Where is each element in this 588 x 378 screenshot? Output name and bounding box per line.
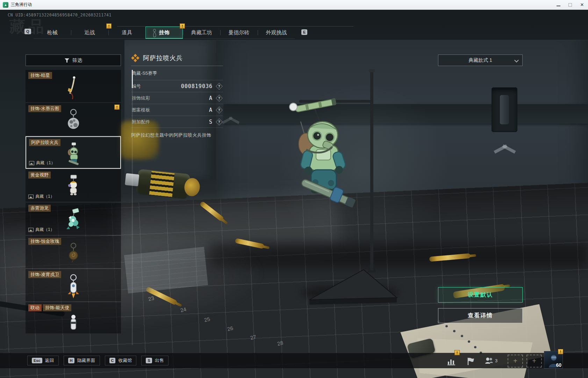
charm-description: 阿萨拉幻想主题中的阿萨拉喷火兵挂饰 (131, 128, 223, 138)
tab-collection-workshop[interactable]: 典藏工坊 (183, 27, 220, 39)
collection-badge: 典藏（1） (28, 227, 55, 233)
crate-right-graphic (216, 40, 588, 266)
crate-chevron-mark (494, 143, 516, 154)
charm-detail-panel: 阿萨拉喷火兵 典藏-S5赛季 编号 000819036 ? 挂饰炫彩 A ? 图… (131, 52, 223, 138)
alert-badge: ! (106, 23, 112, 29)
list-item-crimson-dragon[interactable]: 赤霄游龙 典藏（1） (26, 203, 121, 235)
chevron-down-icon (514, 58, 519, 63)
charm-title: 阿萨拉喷火兵 (143, 54, 183, 62)
flag-icon[interactable] (466, 357, 475, 366)
bottom-bar: Esc 返回 H 隐藏界面 C 收藏馆 S 出售 ! (0, 353, 588, 368)
collection-badge: 典藏（1） (29, 160, 55, 166)
game-window: ▲ 三角洲行动 ✕ 23 24 25 26 27 28 (0, 0, 588, 378)
list-item-asala-flametrooper-selected[interactable]: 阿萨拉喷火兵 典藏（1） (26, 136, 121, 169)
help-icon[interactable]: ? (216, 95, 223, 102)
list-item-exusiai[interactable]: 联动 挂饰-能天使 (26, 302, 121, 334)
collection-grade-icon (131, 54, 139, 62)
window-title: 三角洲行动 (11, 2, 32, 8)
detail-row-accessory: 附加配件 S ? (131, 116, 223, 128)
social-button[interactable]: 3 (485, 356, 497, 365)
charm-thumbnail (64, 174, 83, 199)
detail-row-pattern: 图案模板 A ? (131, 104, 223, 116)
tab-weapons[interactable]: 枪械 (34, 27, 71, 39)
alert-badge: ! (558, 349, 563, 354)
game-viewport: 23 24 25 26 27 28 (0, 10, 588, 378)
collection-badge: 典藏（1） (28, 194, 55, 199)
app-logo-icon: ▲ (3, 2, 8, 8)
charm-thumbnail (64, 274, 83, 299)
mat-number: 28 (277, 340, 284, 347)
list-item-golden-vision[interactable]: 黄金视野 典藏（1） (26, 169, 121, 202)
back-hint[interactable]: Esc 返回 (27, 356, 59, 365)
list-item-lingxiao-guard[interactable]: 挂饰-凌霄戍卫 (26, 269, 121, 301)
tab-prev-key-hint: Q (24, 29, 31, 34)
mat-number: 24 (180, 306, 187, 313)
season-label: 典藏-S5赛季 (131, 66, 223, 80)
title-bar: ▲ 三角洲行动 ✕ (0, 0, 588, 10)
bottle-graphic (122, 164, 199, 204)
detail-row-serial: 编号 000819036 ? (131, 80, 223, 92)
tab-mandel-bricks[interactable]: 曼德尔砖 (220, 27, 258, 39)
view-details-button[interactable]: 查看详情 (438, 308, 523, 323)
filter-button[interactable]: 筛选 (26, 54, 121, 66)
charm-display-stand (280, 66, 413, 311)
minimize-icon (557, 6, 560, 6)
charm-thumbnail (64, 241, 83, 266)
empty-slot[interactable]: + (508, 355, 523, 368)
hide-ui-hint[interactable]: H 隐藏界面 (64, 356, 100, 365)
tab-charms[interactable]: 挂饰 (145, 27, 183, 39)
mat-number: 23 (148, 295, 155, 302)
tab-melee[interactable]: 近战 (71, 27, 108, 39)
uid-text: CN UID:45897132204856958470_202603211741 (8, 13, 112, 17)
filter-icon (64, 58, 70, 63)
crate-latch-graphic (492, 87, 517, 132)
detail-row-colorway: 挂饰炫彩 A ? (131, 92, 223, 104)
charm-thumbnail (64, 208, 83, 233)
mat-number: 25 (203, 316, 210, 323)
help-icon[interactable]: ? (216, 107, 223, 114)
blueprint-paper-graphic (124, 247, 208, 293)
player-level: 60 (556, 362, 561, 368)
key-hints: Esc 返回 H 隐藏界面 C 收藏馆 S 出售 (27, 356, 168, 365)
charm-list: 挂饰-暗星 挂饰-水墨云图 (26, 70, 121, 345)
set-default-button[interactable]: 设置默认 (438, 287, 523, 303)
minimize-button[interactable] (552, 0, 564, 9)
alert-badge: ! (114, 104, 120, 110)
charm-thumbnail (64, 75, 83, 100)
list-item-ink-cloud[interactable]: 挂饰-水墨云图 ! (26, 103, 121, 136)
picture-icon (29, 161, 34, 165)
charm-icon (151, 29, 158, 38)
people-icon (485, 356, 494, 365)
picture-icon (28, 195, 34, 199)
charm-thumbnail (64, 314, 83, 334)
sell-hint[interactable]: S 出售 (141, 356, 168, 365)
stats-icon[interactable] (447, 357, 456, 366)
bullet-graphic (199, 201, 224, 222)
list-item-gilded-rose[interactable]: 挂饰-蚀金玫瑰 (26, 236, 121, 268)
close-button[interactable]: ✕ (576, 0, 588, 9)
list-item-dark-star[interactable]: 挂饰-暗星 (26, 70, 121, 102)
tab-appearance-challenge[interactable]: 外观挑战 (258, 27, 295, 39)
alert-badge: ! (454, 350, 460, 355)
maximize-icon (568, 3, 572, 7)
alert-badge: ! (180, 23, 185, 29)
charm-thumbnail (64, 142, 83, 167)
collection-style-dropdown[interactable]: 典藏款式 1 (438, 54, 523, 66)
bullet-graphic (235, 238, 264, 249)
sidebar-scrollbar-thumb[interactable] (132, 70, 133, 88)
maximize-button[interactable] (564, 0, 576, 9)
mat-number: 27 (250, 334, 257, 341)
charm-thumbnail (64, 108, 83, 133)
empty-slot[interactable]: + (526, 355, 542, 368)
tab-next-key-hint: E (301, 29, 307, 35)
help-icon[interactable]: ? (216, 83, 223, 90)
help-icon[interactable]: ? (216, 118, 223, 125)
category-tabs: 枪械 近战 道具 挂饰 典藏工坊 曼德尔砖 外观挑战 (34, 27, 295, 39)
social-count: 3 (495, 358, 497, 363)
collab-tag: 联动 (28, 304, 42, 311)
gallery-hint[interactable]: C 收藏馆 (105, 356, 137, 365)
tab-items[interactable]: 道具 (108, 27, 146, 39)
mat-number: 26 (227, 325, 234, 332)
picture-icon (28, 228, 34, 232)
bullet-graphic (429, 253, 471, 262)
